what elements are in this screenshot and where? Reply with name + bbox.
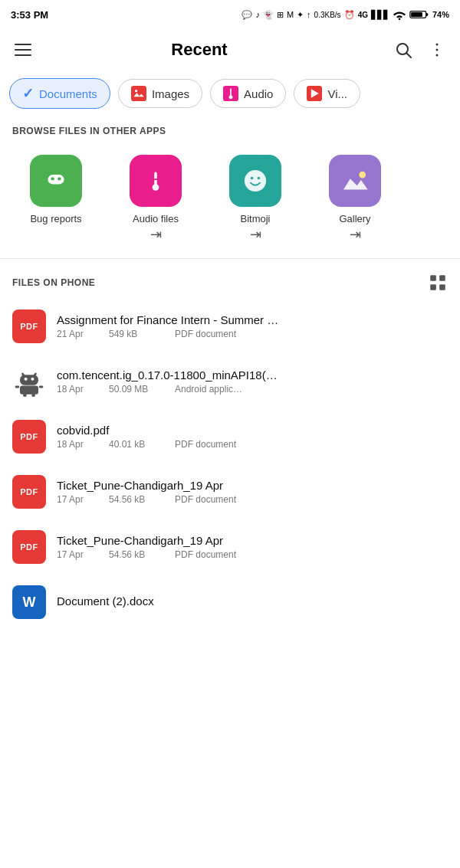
file-item[interactable]: W Document (2).docx [0, 575, 460, 630]
svg-rect-23 [59, 194, 62, 197]
audio-files-label: Audio files [133, 213, 179, 224]
browse-section-header: BROWSE FILES IN OTHER APPS [0, 115, 460, 142]
svg-rect-45 [31, 394, 35, 397]
file-meta: 18 Apr 50.09 MB Android applic… [57, 384, 448, 395]
bug-reports-icon-wrap [30, 155, 82, 207]
svg-rect-34 [430, 284, 436, 290]
app-item-bitmoji[interactable]: Bitmoji ⇥ [205, 149, 305, 249]
bitmoji-label: Bitmoji [240, 213, 270, 224]
svg-rect-8 [131, 86, 146, 101]
svg-point-5 [436, 44, 439, 46]
signal-icon: ▋▋▋ [371, 10, 389, 20]
search-button[interactable] [389, 36, 417, 64]
file-info: com.tencent.ig_0.17.0-11800_minAPI18(… 1… [57, 368, 448, 395]
files-header-label: FILES ON PHONE [12, 277, 95, 288]
gallery-icon-wrap [329, 155, 381, 207]
speed-text: 0.3KB/s [314, 11, 341, 19]
section-divider [0, 258, 460, 259]
file-name: Ticket_Pune-Chandigarh_19 Apr [57, 534, 448, 547]
svg-rect-25 [151, 179, 160, 180]
file-size: 50.09 MB [109, 384, 163, 395]
file-size: 549 kB [109, 329, 163, 339]
grid-status-icon: ⊞ [277, 10, 284, 20]
gallery-link-icon: ⇥ [350, 226, 361, 243]
svg-rect-22 [50, 194, 53, 197]
file-type: PDF document [175, 439, 236, 450]
tab-video[interactable]: Vi... [294, 79, 360, 108]
svg-rect-43 [39, 386, 44, 388]
file-info: Ticket_Pune-Chandigarh_19 Apr 17 Apr 54.… [57, 534, 448, 560]
file-date: 18 Apr [57, 439, 97, 450]
file-name: Ticket_Pune-Chandigarh_19 Apr [57, 479, 448, 492]
gmail-icon: M [287, 10, 294, 19]
video-tab-icon [307, 86, 322, 101]
file-type: PDF document [175, 494, 236, 505]
page-title: Recent [9, 40, 389, 60]
file-size: 54.56 kB [109, 494, 163, 505]
svg-point-6 [436, 49, 439, 51]
file-item[interactable]: PDF cobvid.pdf 18 Apr 40.01 kB PDF docum… [0, 409, 460, 464]
pdf-icon: PDF [12, 310, 46, 343]
svg-rect-2 [411, 12, 422, 17]
network-icon: 4G [358, 11, 368, 19]
word-letter: W [23, 594, 36, 611]
file-meta: 18 Apr 40.01 kB PDF document [57, 439, 448, 450]
bitmoji-link-icon: ⇥ [250, 226, 261, 243]
svg-point-9 [135, 90, 137, 92]
file-name: cobvid.pdf [57, 424, 448, 437]
tab-audio-label: Audio [244, 87, 273, 100]
grid-view-button[interactable] [428, 273, 448, 293]
pdf-icon: PDF [12, 475, 46, 509]
whatsapp-icon: 💬 [242, 10, 252, 20]
svg-rect-19 [48, 185, 64, 194]
svg-point-27 [245, 170, 266, 192]
app-item-audio-files[interactable]: Audio files ⇥ [106, 149, 205, 249]
svg-line-4 [407, 54, 412, 58]
wifi-icon [393, 9, 406, 20]
app-icon: ✦ [297, 10, 304, 20]
battery-icon [409, 9, 429, 20]
pdf-icon: PDF [12, 530, 46, 564]
file-name: Assignment for Finance Intern - Summer … [57, 313, 448, 326]
tab-images[interactable]: Images [118, 79, 202, 108]
file-info: cobvid.pdf 18 Apr 40.01 kB PDF document [57, 424, 448, 450]
filter-tabs: ✓ Documents Images Audio [0, 72, 460, 115]
file-list: PDF Assignment for Finance Intern - Summ… [0, 299, 460, 630]
alarm-icon: ⏰ [344, 10, 355, 20]
file-item[interactable]: com.tencent.ig_0.17.0-11800_minAPI18(… 1… [0, 354, 460, 409]
bitmoji-icon-wrap [229, 155, 281, 207]
battery-percent: 74% [432, 10, 449, 19]
svg-rect-35 [439, 284, 445, 290]
tab-documents-label: Documents [39, 87, 97, 100]
file-meta: 21 Apr 549 kB PDF document [57, 329, 448, 339]
file-item[interactable]: PDF Ticket_Pune-Chandigarh_19 Apr 17 Apr… [0, 464, 460, 519]
word-icon: W [12, 585, 46, 619]
svg-rect-21 [64, 185, 69, 188]
file-item[interactable]: PDF Ticket_Pune-Chandigarh_19 Apr 17 Apr… [0, 519, 460, 575]
svg-point-28 [251, 177, 254, 180]
svg-rect-41 [20, 386, 38, 395]
audio-tab-icon [223, 86, 238, 101]
android-icon [12, 365, 46, 398]
tiktok-icon: ♪ [255, 10, 260, 19]
file-type: PDF document [175, 549, 236, 560]
svg-point-7 [436, 54, 439, 57]
svg-point-29 [258, 177, 261, 180]
bug-reports-label: Bug reports [30, 213, 81, 224]
app-item-bug-reports[interactable]: Bug reports [6, 149, 106, 249]
tab-audio[interactable]: Audio [210, 79, 286, 108]
file-info: Ticket_Pune-Chandigarh_19 Apr 17 Apr 54.… [57, 479, 448, 505]
svg-point-39 [25, 378, 28, 381]
tab-video-label: Vi... [327, 87, 347, 100]
files-section-header: FILES ON PHONE [0, 262, 460, 299]
svg-point-31 [359, 172, 366, 179]
pdf-icon: PDF [12, 420, 46, 454]
tab-images-label: Images [152, 87, 189, 100]
file-item[interactable]: PDF Assignment for Finance Intern - Summ… [0, 299, 460, 354]
audio-files-link-icon: ⇥ [150, 226, 162, 243]
more-button[interactable] [423, 36, 451, 64]
file-info: Document (2).docx [57, 594, 448, 610]
tab-documents[interactable]: ✓ Documents [9, 78, 110, 109]
app-item-gallery[interactable]: Gallery ⇥ [305, 149, 405, 249]
snapchat-icon: 👻 [263, 10, 274, 20]
